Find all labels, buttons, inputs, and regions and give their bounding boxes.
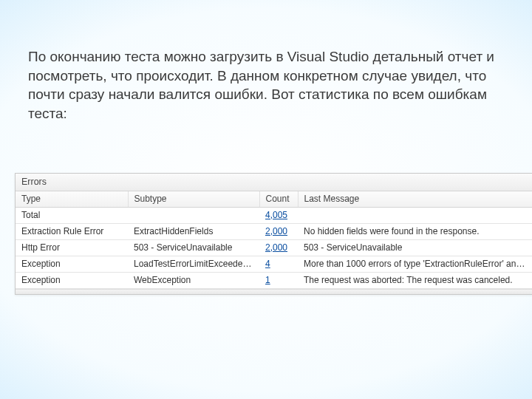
panel-title: Errors xyxy=(16,174,532,191)
cell-subtype: ExtractHiddenFields xyxy=(128,224,259,240)
intro-paragraph: По окончанию теста можно загрузить в Vis… xyxy=(28,47,501,123)
table-header-row: Type Subtype Count Last Message xyxy=(16,191,532,208)
cell-lastmessage: More than 1000 errors of type 'Extractio… xyxy=(298,256,532,273)
panel-footer xyxy=(16,289,532,294)
cell-type: Http Error xyxy=(16,240,128,256)
cell-lastmessage: The request was aborted: The request was… xyxy=(298,273,532,289)
cell-type: Exception xyxy=(16,256,128,273)
col-header-lastmessage[interactable]: Last Message xyxy=(298,191,532,208)
count-link[interactable]: 4,005 xyxy=(265,210,287,220)
cell-type: Total xyxy=(16,208,128,224)
table-row: Exception WebException 1 The request was… xyxy=(16,273,532,289)
cell-subtype: 503 - ServiceUnavailable xyxy=(128,240,259,256)
count-link[interactable]: 2,000 xyxy=(265,226,287,236)
errors-table: Type Subtype Count Last Message Total 4,… xyxy=(16,191,532,289)
cell-lastmessage: No hidden fields were found in the respo… xyxy=(298,224,532,240)
count-link[interactable]: 2,000 xyxy=(265,242,287,253)
count-link[interactable]: 4 xyxy=(265,259,270,269)
slide: По окончанию теста можно загрузить в Vis… xyxy=(0,0,532,399)
cell-subtype xyxy=(128,208,259,224)
cell-type: Exception xyxy=(16,273,128,289)
cell-lastmessage xyxy=(298,208,532,224)
table-row: Http Error 503 - ServiceUnavailable 2,00… xyxy=(16,240,532,256)
cell-lastmessage: 503 - ServiceUnavailable xyxy=(298,240,532,256)
cell-subtype: LoadTestErrorLimitExceededExce... xyxy=(128,256,259,273)
count-link[interactable]: 1 xyxy=(265,275,270,285)
cell-subtype: WebException xyxy=(128,273,259,289)
col-header-type[interactable]: Type xyxy=(16,191,128,208)
errors-panel: Errors Type Subtype Count Last Message T… xyxy=(15,173,532,295)
table-row: Total 4,005 xyxy=(16,208,532,224)
col-header-subtype[interactable]: Subtype xyxy=(128,191,259,208)
cell-type: Extraction Rule Error xyxy=(16,224,128,240)
col-header-count[interactable]: Count xyxy=(259,191,298,208)
table-row: Exception LoadTestErrorLimitExceededExce… xyxy=(16,256,532,273)
table-row: Extraction Rule Error ExtractHiddenField… xyxy=(16,224,532,240)
